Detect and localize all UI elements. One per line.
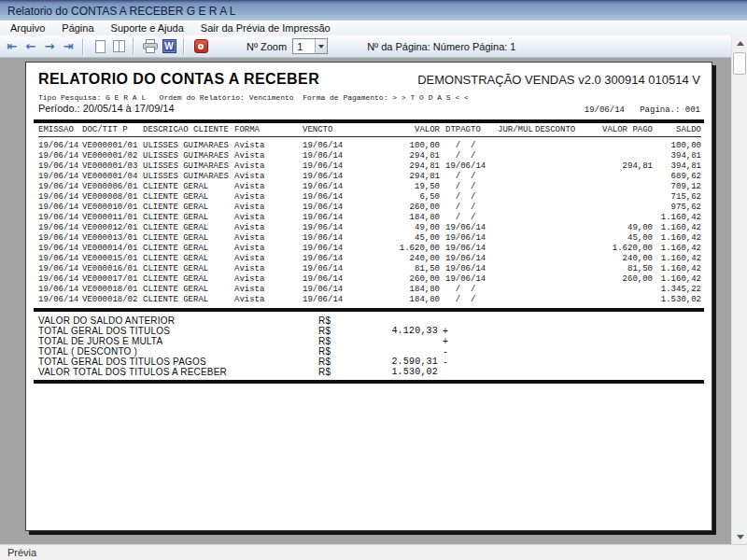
table-cell: VE000017/01 [82,274,143,285]
chevron-down-icon[interactable] [315,39,327,53]
table-cell: VE000008/01 [82,192,143,203]
table-cell: 1.620,00 [358,244,440,254]
table-cell [535,213,582,223]
scrollbar-thumb[interactable] [733,52,746,75]
zoom-select[interactable]: 1 [292,38,328,54]
scroll-down-button[interactable] [732,529,747,544]
arrow-up-icon [737,37,744,46]
table-row: 19/06/14VE000017/01CLIENTE GERALAvista19… [38,274,701,285]
table-row: 19/06/14VE000001/01ULISSES GUIMARAESAvis… [38,136,701,151]
table-cell: 19/06/14 [38,244,82,254]
preview-content-area: RELATORIO DO CONTAS A RECEBER DEMONSTRAÇ… [0,58,731,544]
table-cell: ULISSES GUIMARAES [143,136,232,151]
table-cell [535,172,582,182]
single-page-view-button[interactable] [92,37,108,56]
next-page-button[interactable]: → [41,37,58,56]
table-cell: 19/06/14 [288,244,358,254]
table-cell: 1.620,00 [582,244,653,254]
table-cell [535,182,582,192]
vertical-scrollbar[interactable] [731,35,747,544]
next-page-icon: → [45,40,55,52]
table-row: 19/06/14VE000010/01CLIENTE GERALAvista19… [38,203,701,213]
table-cell [535,161,582,172]
table-cell: 294,81 [582,161,653,172]
report-table: EMISSAODOC/TIT PDESCRICAO CLIENTEFORMAVE… [38,125,701,305]
table-cell: 19/06/14 [38,213,82,223]
table-cell [535,295,582,305]
first-page-button[interactable]: ⇤ [4,37,21,56]
table-cell: 19,50 [358,182,440,192]
titlebar[interactable]: Relatorio do CONTAS A RECEBER G E R A L [0,0,747,21]
two-page-view-button[interactable] [110,37,127,56]
report-filters-line: Tipo Pesquisa: G E R A L Ordem do Relató… [38,93,469,102]
total-row: TOTAL ( DESCONTO )R$- [38,347,704,357]
table-cell [535,136,582,151]
table-cell: 689,62 [653,172,701,182]
table-cell: Avista [232,233,288,244]
table-cell: 1.345,22 [653,285,701,295]
table-cell: 19/06/14 [288,192,358,203]
table-cell: CLIENTE GERAL [143,264,232,274]
table-cell: 260,00 [582,274,653,285]
table-cell: 715,62 [653,192,701,203]
app-window: Relatorio do CONTAS A RECEBER G E R A L … [0,0,747,560]
report-period-row: Período.: 20/05/14 à 17/09/14 19/06/14 P… [38,103,700,115]
window-title: Relatorio do CONTAS A RECEBER G E R A L [7,5,236,18]
table-cell: 19/06/14 [288,233,358,244]
table-cell: 49,00 [582,223,653,233]
rule-divider [34,119,704,123]
table-row: 19/06/14VE000001/03ULISSES GUIMARAESAvis… [38,161,701,172]
table-cell: 100,00 [358,136,440,151]
table-cell: / / [440,203,498,213]
table-cell: 294,81 [358,172,440,182]
report-title: RELATORIO DO CONTAS A RECEBER [38,71,319,88]
print-button[interactable] [142,37,159,56]
export-word-button[interactable]: W [161,37,177,56]
report-table-body: 19/06/14VE000001/01ULISSES GUIMARAESAvis… [38,136,701,305]
table-cell: 19/06/14 [440,274,498,285]
table-row: 19/06/14VE000016/01CLIENTE GERALAvista19… [38,264,701,274]
table-cell: CLIENTE GERAL [143,213,232,223]
single-page-icon [95,40,106,53]
report-table-header-row: EMISSAODOC/TIT PDESCRICAO CLIENTEFORMAVE… [38,125,701,136]
menu-item-pagina[interactable]: Página [53,21,102,35]
total-row: TOTAL GERAL DOS TITULOSR$4.120,33+ [38,327,704,337]
table-cell: 1.160,42 [653,254,701,264]
table-cell: 19/06/14 [38,295,82,305]
table-cell: 19/06/14 [38,254,82,264]
table-cell [535,151,582,161]
menu-item-arquivo[interactable]: Arquivo [2,21,53,35]
menu-item-suporte[interactable]: Suporte e Ajuda [103,21,192,35]
table-cell: 19/06/14 [288,136,358,151]
scroll-up-button[interactable] [732,35,747,50]
table-cell: VE000018/01 [82,285,143,295]
table-cell: 45,00 [358,233,440,244]
table-cell: VE000001/03 [82,161,143,172]
table-cell: VE000011/01 [82,213,143,223]
report-version-text: DEMONSTRAÇÃO VENDAS v2.0 300914 010514 V [417,73,700,87]
table-cell: 45,00 [582,233,653,244]
table-cell [535,285,582,295]
table-cell: / / [440,182,498,192]
last-page-button[interactable]: ⇥ [60,37,77,56]
menu-item-sair-previa[interactable]: Sair da Prévia de Impressão [192,21,339,35]
previous-page-icon: ← [26,40,36,52]
word-icon: W [162,39,176,53]
table-cell: CLIENTE GERAL [143,192,232,203]
table-cell [498,182,535,192]
previous-page-button[interactable]: ← [22,37,39,56]
table-cell: 19/06/14 [440,161,498,172]
exit-preview-button[interactable] [192,37,209,56]
report-date-page: 19/06/14 Pagina.: 001 [585,105,700,115]
table-cell [498,213,535,223]
column-header: EMISSAO [38,125,82,136]
table-cell: CLIENTE GERAL [143,254,232,264]
table-cell: Avista [232,264,288,274]
first-page-icon: ⇤ [7,40,18,52]
table-row: 19/06/14VE000012/01CLIENTE GERALAvista19… [38,223,701,233]
table-row: 19/06/14VE000018/01CLIENTE GERALAvista19… [38,285,701,295]
table-cell [535,192,582,203]
table-cell [582,192,653,203]
table-cell: 19/06/14 [288,213,358,223]
table-cell [498,172,535,182]
